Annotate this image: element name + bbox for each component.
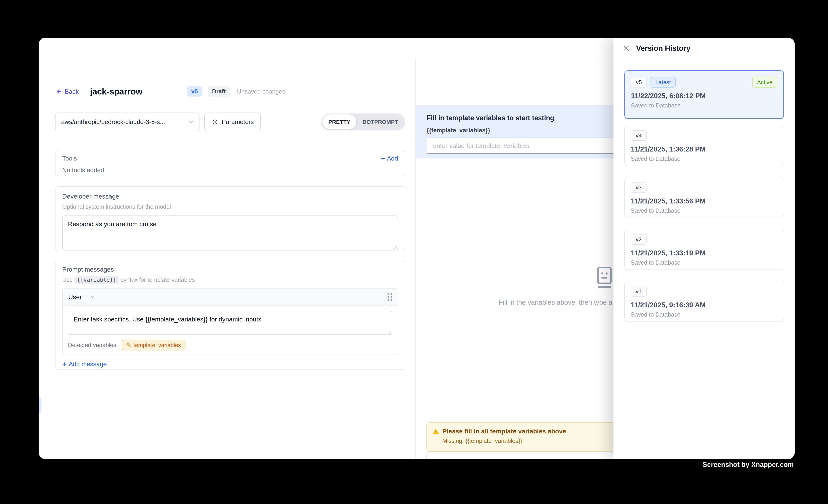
version-card[interactable]: v2 11/21/2025, 1:33:19 PM Saved to Datab… bbox=[624, 229, 784, 270]
tools-empty-text: No tools added bbox=[62, 167, 398, 174]
subtitle-prefix: Use bbox=[62, 277, 73, 283]
version-card[interactable]: v5 Latest Active 11/22/2025, 6:08:12 PM … bbox=[624, 70, 784, 119]
add-message-button[interactable]: + Add message bbox=[62, 361, 398, 368]
warning-title: Please fill in all template variables ab… bbox=[443, 428, 566, 435]
toggle-dotprompt[interactable]: DOTPROMPT bbox=[357, 115, 404, 129]
version-history-panel: Version History v5 Latest Active 11/22/2… bbox=[614, 38, 795, 459]
version-number-badge: v5 bbox=[631, 77, 647, 87]
prompt-messages-subtitle: Use {{variable}} syntax for template var… bbox=[62, 277, 398, 283]
gear-icon bbox=[211, 118, 219, 126]
template-variable-chip[interactable]: ✎ template_variables bbox=[122, 340, 185, 350]
toolbar-divider bbox=[39, 136, 415, 136]
active-status-badge: Active bbox=[752, 77, 777, 87]
version-timestamp: 11/21/2025, 1:33:56 PM bbox=[631, 197, 778, 205]
version-saved-status: Saved to Database bbox=[631, 259, 778, 266]
add-tool-button[interactable]: + Add bbox=[381, 155, 398, 162]
latest-badge: Latest bbox=[651, 77, 676, 87]
version-number-badge: v2 bbox=[631, 234, 647, 245]
unsaved-changes-label: Unsaved changes bbox=[237, 88, 285, 95]
chat-input-box[interactable] bbox=[426, 452, 643, 459]
version-saved-status: Saved to Database bbox=[631, 311, 778, 318]
message-header: User bbox=[63, 289, 398, 306]
version-timestamp: 11/22/2025, 6:08:12 PM bbox=[631, 92, 777, 100]
close-icon[interactable] bbox=[622, 44, 630, 52]
prompt-messages-card: Prompt messages Use {{variable}} syntax … bbox=[55, 260, 405, 370]
variable-syntax-chip: {{variable}} bbox=[74, 276, 119, 284]
version-badge: v5 bbox=[187, 86, 202, 96]
format-toggle: PRETTY DOTPROMPT bbox=[321, 114, 405, 130]
developer-message-subtitle: Optional system instructions for the mod… bbox=[62, 203, 398, 210]
version-list: v5 Latest Active 11/22/2025, 6:08:12 PM … bbox=[614, 59, 795, 322]
version-timestamp: 11/21/2025, 9:16:39 AM bbox=[631, 301, 778, 309]
parameters-label: Parameters bbox=[222, 118, 254, 126]
template-variable-input[interactable] bbox=[427, 137, 643, 154]
back-button[interactable]: Back bbox=[55, 88, 79, 95]
toggle-pretty[interactable]: PRETTY bbox=[322, 115, 357, 129]
screenshot-canvas: Back jack-sparrow v5 Draft Unsaved chang… bbox=[0, 0, 828, 504]
left-edge-accent bbox=[39, 397, 41, 413]
version-timestamp: 11/21/2025, 1:33:19 PM bbox=[631, 249, 778, 257]
message-block: User Enter task specifics. Use {{templat… bbox=[62, 288, 398, 355]
back-label: Back bbox=[65, 88, 79, 95]
drag-handle-icon[interactable] bbox=[387, 293, 392, 301]
version-card[interactable]: v4 11/21/2025, 1:36:28 PM Saved to Datab… bbox=[624, 125, 784, 166]
version-saved-status: Saved to Database bbox=[631, 156, 778, 162]
add-tool-label: Add bbox=[387, 155, 398, 162]
message-content-input[interactable]: Enter task specifics. Use {{template_var… bbox=[68, 311, 392, 335]
version-number-badge: v1 bbox=[631, 286, 647, 297]
prompt-messages-title: Prompt messages bbox=[62, 266, 398, 273]
version-card[interactable]: v3 11/21/2025, 1:33:56 PM Saved to Datab… bbox=[624, 177, 784, 218]
warning-triangle-icon bbox=[432, 428, 440, 435]
missing-variables-warning: Please fill in all template variables ab… bbox=[426, 422, 643, 452]
role-selector[interactable]: User bbox=[68, 293, 96, 301]
developer-message-card: Developer message Optional system instru… bbox=[55, 186, 405, 251]
pencil-icon: ✎ bbox=[126, 342, 131, 348]
developer-message-title: Developer message bbox=[62, 193, 398, 200]
tools-title: Tools bbox=[62, 155, 77, 162]
version-timestamp: 11/21/2025, 1:36:28 PM bbox=[631, 145, 778, 153]
chevron-down-icon bbox=[89, 294, 96, 300]
version-saved-status: Saved to Database bbox=[631, 102, 777, 109]
prompt-editor-panel: Back jack-sparrow v5 Draft Unsaved chang… bbox=[39, 59, 416, 459]
detected-variables-label: Detected variables: bbox=[68, 342, 118, 348]
editor-toolbar: aws/anthropic/bedrock-claude-3-5-s... Pa… bbox=[55, 113, 405, 131]
version-history-header: Version History bbox=[614, 38, 795, 59]
warning-detail: Missing: {{template_variables}} bbox=[443, 437, 636, 444]
version-number-badge: v3 bbox=[631, 182, 647, 193]
plus-icon: + bbox=[62, 361, 67, 367]
detected-variables-row: Detected variables: ✎ template_variables bbox=[68, 340, 392, 350]
model-selector-value: aws/anthropic/bedrock-claude-3-5-s... bbox=[61, 118, 165, 126]
version-history-title: Version History bbox=[636, 44, 691, 52]
version-number-badge: v4 bbox=[631, 130, 647, 141]
page-title: jack-sparrow bbox=[90, 86, 142, 96]
version-card[interactable]: v1 11/21/2025, 9:16:39 AM Saved to Datab… bbox=[624, 281, 784, 322]
draft-badge: Draft bbox=[208, 86, 230, 96]
prompt-header-row: Back jack-sparrow v5 Draft Unsaved chang… bbox=[55, 85, 405, 97]
role-value: User bbox=[68, 293, 82, 301]
watermark-text: Screenshot by Xnapper.com bbox=[703, 461, 794, 469]
plus-icon: + bbox=[381, 156, 385, 161]
subtitle-suffix: syntax for template variables bbox=[121, 277, 195, 283]
add-message-label: Add message bbox=[69, 361, 107, 368]
robot-face-icon bbox=[595, 266, 614, 290]
parameters-button[interactable]: Parameters bbox=[204, 113, 261, 131]
model-selector[interactable]: aws/anthropic/bedrock-claude-3-5-s... bbox=[55, 113, 200, 131]
chevron-down-icon bbox=[188, 119, 194, 125]
template-variable-name: template_variables bbox=[134, 342, 181, 348]
arrow-left-icon bbox=[55, 88, 62, 95]
version-saved-status: Saved to Database bbox=[631, 207, 778, 214]
app-window: Back jack-sparrow v5 Draft Unsaved chang… bbox=[39, 38, 795, 459]
tools-card: Tools + Add No tools added bbox=[55, 150, 405, 176]
developer-message-input[interactable]: Respond as you are tom cruise bbox=[62, 215, 398, 251]
